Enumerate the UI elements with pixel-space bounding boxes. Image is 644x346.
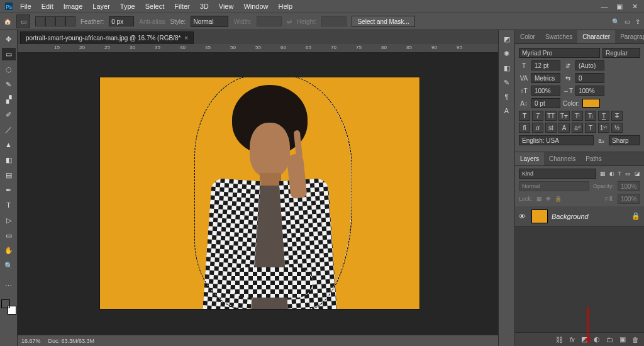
underline-toggle[interactable]: T	[598, 111, 609, 121]
home-icon[interactable]: 🏠	[4, 18, 11, 25]
oldstyle-toggle[interactable]: σ	[532, 123, 543, 133]
style-dropdown[interactable]: Normal	[191, 16, 228, 27]
panel-tab-color[interactable]: Color	[515, 30, 540, 43]
menu-image[interactable]: Image	[58, 3, 88, 10]
fill-input[interactable]: 100%	[618, 194, 640, 204]
blend-mode-dropdown[interactable]: Normal	[519, 181, 589, 191]
baseline-input[interactable]: 0 pt	[531, 98, 560, 108]
adjustment-layer-icon[interactable]: ◐	[594, 335, 600, 343]
menu-view[interactable]: View	[214, 3, 239, 10]
delete-layer-icon[interactable]: 🗑	[632, 336, 639, 343]
styles-panel-icon[interactable]: ◧	[504, 64, 510, 72]
lock-all-icon[interactable]: 🔒	[555, 196, 562, 202]
docsize-readout[interactable]: Doc: 63.3M/63.3M	[48, 338, 95, 344]
eyedropper-tool[interactable]: ✐	[2, 108, 16, 121]
subscript-toggle[interactable]: Tᵢ	[585, 111, 596, 121]
eraser-tool[interactable]: ◧	[2, 153, 16, 166]
edit-toolbar-icon[interactable]: ⋯	[2, 279, 16, 292]
opacity-input[interactable]: 100%	[618, 181, 640, 191]
ordinals-toggle[interactable]: aᵈ	[572, 123, 583, 133]
allcaps-toggle[interactable]: TT	[545, 111, 557, 121]
brushes-panel-icon[interactable]: ✎	[504, 79, 509, 87]
lasso-tool[interactable]: ◌	[2, 63, 16, 75]
bold-toggle[interactable]: T	[519, 111, 530, 121]
menu-window[interactable]: Window	[238, 3, 273, 10]
canvas-stage[interactable]	[18, 53, 498, 335]
document-tab-close-icon[interactable]: ×	[184, 35, 188, 42]
new-layer-icon[interactable]: ▣	[619, 335, 626, 343]
share-icon[interactable]: ⇪	[635, 18, 640, 25]
workspace-icon[interactable]: ▭	[625, 18, 630, 25]
ps-logo[interactable]: Ps	[3, 1, 15, 12]
font-style-dropdown[interactable]: Regular	[602, 48, 640, 58]
zoom-readout[interactable]: 16.67%	[21, 338, 41, 344]
stylistic-toggle[interactable]: st	[545, 123, 557, 133]
close-icon[interactable]: ✕	[629, 2, 640, 11]
visibility-icon[interactable]: 👁	[519, 213, 528, 220]
panel-tab-character[interactable]: Character	[577, 30, 615, 43]
new-group-icon[interactable]: 🗀	[606, 336, 613, 343]
menu-file[interactable]: File	[15, 3, 36, 10]
filter-pixel-icon[interactable]: ▦	[600, 170, 606, 177]
ligatures-toggle[interactable]: fi	[519, 123, 530, 133]
vscale-input[interactable]: 100%	[531, 86, 560, 96]
zoom-tool[interactable]: 🔍	[2, 259, 16, 272]
filter-smart-icon[interactable]: ◪	[635, 170, 640, 177]
filter-shape-icon[interactable]: ▭	[625, 170, 631, 177]
selection-subtract[interactable]	[55, 16, 65, 26]
foreground-color-swatch[interactable]	[1, 299, 10, 308]
feather-input[interactable]	[109, 16, 134, 26]
paragraph-panel-icon[interactable]: ¶	[505, 93, 509, 101]
italic-toggle[interactable]: T	[532, 111, 543, 121]
lock-position-icon[interactable]: ✥	[546, 196, 551, 202]
hand-tool[interactable]: ✋	[2, 244, 16, 257]
language-dropdown[interactable]: English: USA	[519, 135, 594, 145]
crop-tool[interactable]: ▞	[2, 93, 16, 106]
menu-filter[interactable]: Filter	[169, 3, 194, 10]
menu-select[interactable]: Select	[140, 3, 170, 10]
panel-tab-paragraph[interactable]: Paragraph	[615, 30, 644, 43]
link-layers-icon[interactable]: ⛓	[556, 336, 563, 343]
strike-toggle[interactable]: T	[611, 111, 623, 121]
search-icon[interactable]: 🔍	[612, 18, 619, 25]
text-color-swatch[interactable]	[582, 99, 600, 108]
current-tool-icon[interactable]: ▭	[16, 14, 30, 28]
lock-pixels-icon[interactable]: ▦	[536, 196, 542, 202]
smallcaps-toggle[interactable]: Tᴛ	[558, 111, 570, 121]
1st-toggle[interactable]: 1ˢᵗ	[598, 123, 609, 133]
menu-3d[interactable]: 3D	[195, 3, 214, 10]
document-tab[interactable]: portrait-smart-young-african-man.jpg @ 1…	[20, 31, 194, 44]
pen-tool[interactable]: ✒	[2, 184, 16, 196]
filter-adjust-icon[interactable]: ◐	[609, 170, 614, 177]
panel-tab-layers[interactable]: Layers	[515, 152, 544, 165]
type-tool[interactable]: T	[2, 199, 16, 211]
move-tool[interactable]: ✥	[2, 33, 16, 45]
layer-filter-dropdown[interactable]: Kind	[519, 169, 596, 179]
menu-type[interactable]: Type	[115, 3, 140, 10]
layer-thumbnail[interactable]	[531, 209, 548, 223]
leading-input[interactable]: (Auto)	[575, 60, 604, 70]
superscript-toggle[interactable]: Tⁱ	[572, 111, 583, 121]
menu-layer[interactable]: Layer	[87, 3, 115, 10]
marquee-tool[interactable]: ▭	[2, 48, 16, 60]
hscale-input[interactable]: 100%	[575, 86, 604, 96]
filter-type-icon[interactable]: T	[618, 170, 622, 177]
brush-tool[interactable]: ／	[2, 123, 16, 136]
tracking-input[interactable]: 0	[575, 73, 604, 83]
half-toggle[interactable]: ½	[611, 123, 623, 133]
glyphs-panel-icon[interactable]: A	[504, 107, 509, 114]
menu-edit[interactable]: Edit	[36, 3, 58, 10]
font-family-dropdown[interactable]: Myriad Pro	[519, 48, 600, 58]
panel-tab-paths[interactable]: Paths	[580, 152, 607, 165]
font-size-input[interactable]: 12 pt	[531, 60, 560, 70]
layer-style-icon[interactable]: fx	[569, 336, 575, 343]
minimize-icon[interactable]: —	[599, 2, 610, 11]
kerning-dropdown[interactable]: Metrics	[531, 73, 560, 83]
layer-name[interactable]: Background	[552, 213, 589, 220]
menu-help[interactable]: Help	[274, 3, 298, 10]
panel-tab-channels[interactable]: Channels	[544, 152, 580, 165]
panel-tab-swatches[interactable]: Swatches	[540, 30, 577, 43]
selection-add[interactable]	[45, 16, 55, 26]
antialias-dropdown[interactable]: Sharp	[609, 135, 640, 145]
gradient-tool[interactable]: ▤	[2, 169, 16, 181]
